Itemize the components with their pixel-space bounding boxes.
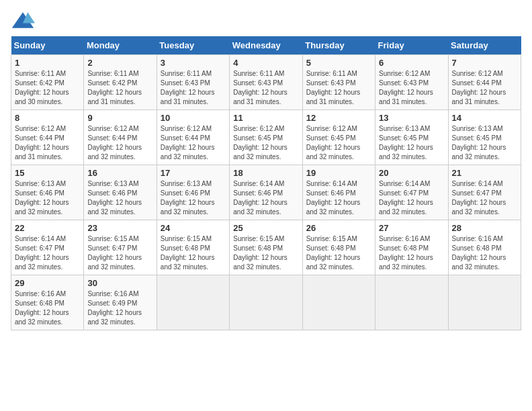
calendar-cell: 27 Sunrise: 6:16 AM Sunset: 6:48 PM Dayl… — [375, 220, 448, 275]
day-info: Sunrise: 6:14 AM Sunset: 6:47 PM Dayligh… — [452, 179, 517, 217]
day-number: 13 — [379, 113, 444, 123]
calendar-cell: 3 Sunrise: 6:11 AM Sunset: 6:43 PM Dayli… — [157, 55, 229, 110]
day-info: Sunrise: 6:14 AM Sunset: 6:47 PM Dayligh… — [379, 179, 444, 217]
day-number: 22 — [15, 223, 80, 233]
day-number: 6 — [379, 58, 444, 68]
day-info: Sunrise: 6:13 AM Sunset: 6:46 PM Dayligh… — [161, 179, 226, 217]
day-info: Sunrise: 6:14 AM Sunset: 6:46 PM Dayligh… — [233, 179, 298, 217]
day-info: Sunrise: 6:16 AM Sunset: 6:48 PM Dayligh… — [15, 289, 80, 327]
day-info: Sunrise: 6:11 AM Sunset: 6:43 PM Dayligh… — [233, 69, 298, 107]
day-info: Sunrise: 6:15 AM Sunset: 6:47 PM Dayligh… — [87, 234, 152, 272]
calendar-cell: 12 Sunrise: 6:12 AM Sunset: 6:45 PM Dayl… — [302, 110, 375, 165]
calendar-cell — [375, 275, 448, 330]
day-number: 14 — [452, 113, 517, 123]
day-info: Sunrise: 6:13 AM Sunset: 6:46 PM Dayligh… — [87, 179, 152, 217]
day-number: 15 — [15, 168, 80, 178]
day-info: Sunrise: 6:15 AM Sunset: 6:48 PM Dayligh… — [306, 234, 371, 272]
day-number: 16 — [87, 168, 152, 178]
calendar-cell: 8 Sunrise: 6:12 AM Sunset: 6:44 PM Dayli… — [11, 110, 84, 165]
calendar-week-3: 15 Sunrise: 6:13 AM Sunset: 6:46 PM Dayl… — [11, 165, 521, 220]
day-info: Sunrise: 6:11 AM Sunset: 6:43 PM Dayligh… — [161, 69, 226, 107]
day-info: Sunrise: 6:13 AM Sunset: 6:45 PM Dayligh… — [452, 124, 517, 162]
day-info: Sunrise: 6:13 AM Sunset: 6:46 PM Dayligh… — [15, 179, 80, 217]
day-number: 4 — [233, 58, 298, 68]
calendar-cell: 29 Sunrise: 6:16 AM Sunset: 6:48 PM Dayl… — [11, 275, 84, 330]
calendar-cell: 28 Sunrise: 6:16 AM Sunset: 6:48 PM Dayl… — [448, 220, 521, 275]
day-number: 21 — [452, 168, 517, 178]
calendar-cell: 10 Sunrise: 6:12 AM Sunset: 6:44 PM Dayl… — [157, 110, 229, 165]
calendar-cell: 26 Sunrise: 6:15 AM Sunset: 6:48 PM Dayl… — [302, 220, 375, 275]
calendar-cell: 19 Sunrise: 6:14 AM Sunset: 6:46 PM Dayl… — [302, 165, 375, 220]
calendar-cell: 30 Sunrise: 6:16 AM Sunset: 6:49 PM Dayl… — [84, 275, 157, 330]
weekday-header-wednesday: Wednesday — [230, 36, 302, 55]
day-number: 25 — [233, 223, 298, 233]
calendar-cell: 5 Sunrise: 6:11 AM Sunset: 6:43 PM Dayli… — [302, 55, 375, 110]
calendar-cell: 14 Sunrise: 6:13 AM Sunset: 6:45 PM Dayl… — [448, 110, 521, 165]
weekday-header-tuesday: Tuesday — [157, 36, 229, 55]
day-number: 27 — [379, 223, 444, 233]
calendar-cell: 21 Sunrise: 6:14 AM Sunset: 6:47 PM Dayl… — [448, 165, 521, 220]
day-info: Sunrise: 6:15 AM Sunset: 6:48 PM Dayligh… — [161, 234, 226, 272]
calendar-cell: 11 Sunrise: 6:12 AM Sunset: 6:45 PM Dayl… — [230, 110, 302, 165]
day-info: Sunrise: 6:12 AM Sunset: 6:45 PM Dayligh… — [233, 124, 298, 162]
calendar-week-4: 22 Sunrise: 6:14 AM Sunset: 6:47 PM Dayl… — [11, 220, 521, 275]
day-info: Sunrise: 6:12 AM Sunset: 6:45 PM Dayligh… — [306, 124, 371, 162]
day-info: Sunrise: 6:12 AM Sunset: 6:44 PM Dayligh… — [161, 124, 226, 162]
day-info: Sunrise: 6:12 AM Sunset: 6:43 PM Dayligh… — [379, 69, 444, 107]
day-number: 2 — [87, 58, 152, 68]
calendar-cell: 4 Sunrise: 6:11 AM Sunset: 6:43 PM Dayli… — [230, 55, 302, 110]
day-number: 5 — [306, 58, 371, 68]
day-info: Sunrise: 6:11 AM Sunset: 6:43 PM Dayligh… — [306, 69, 371, 107]
day-number: 23 — [87, 223, 152, 233]
calendar-cell: 9 Sunrise: 6:12 AM Sunset: 6:44 PM Dayli… — [84, 110, 157, 165]
day-number: 10 — [161, 113, 226, 123]
calendar-cell: 20 Sunrise: 6:14 AM Sunset: 6:47 PM Dayl… — [375, 165, 448, 220]
day-number: 7 — [452, 58, 517, 68]
calendar-cell: 6 Sunrise: 6:12 AM Sunset: 6:43 PM Dayli… — [375, 55, 448, 110]
weekday-header-sunday: Sunday — [11, 36, 84, 55]
calendar-week-1: 1 Sunrise: 6:11 AM Sunset: 6:42 PM Dayli… — [11, 55, 521, 110]
day-info: Sunrise: 6:11 AM Sunset: 6:42 PM Dayligh… — [87, 69, 152, 107]
calendar-header-row: SundayMondayTuesdayWednesdayThursdayFrid… — [11, 36, 521, 55]
calendar-cell — [230, 275, 302, 330]
day-info: Sunrise: 6:13 AM Sunset: 6:45 PM Dayligh… — [379, 124, 444, 162]
day-number: 17 — [161, 168, 226, 178]
day-info: Sunrise: 6:14 AM Sunset: 6:47 PM Dayligh… — [15, 234, 80, 272]
calendar-cell: 18 Sunrise: 6:14 AM Sunset: 6:46 PM Dayl… — [230, 165, 302, 220]
day-number: 30 — [87, 278, 152, 288]
weekday-header-monday: Monday — [84, 36, 157, 55]
day-number: 19 — [306, 168, 371, 178]
day-number: 11 — [233, 113, 298, 123]
calendar-cell: 17 Sunrise: 6:13 AM Sunset: 6:46 PM Dayl… — [157, 165, 229, 220]
calendar-cell — [302, 275, 375, 330]
calendar-cell: 1 Sunrise: 6:11 AM Sunset: 6:42 PM Dayli… — [11, 55, 84, 110]
day-info: Sunrise: 6:12 AM Sunset: 6:44 PM Dayligh… — [87, 124, 152, 162]
calendar-week-2: 8 Sunrise: 6:12 AM Sunset: 6:44 PM Dayli… — [11, 110, 521, 165]
day-number: 9 — [87, 113, 152, 123]
page-header — [11, 11, 521, 30]
calendar-cell: 24 Sunrise: 6:15 AM Sunset: 6:48 PM Dayl… — [157, 220, 229, 275]
day-info: Sunrise: 6:15 AM Sunset: 6:48 PM Dayligh… — [233, 234, 298, 272]
day-info: Sunrise: 6:12 AM Sunset: 6:44 PM Dayligh… — [15, 124, 80, 162]
day-number: 24 — [161, 223, 226, 233]
calendar-cell — [157, 275, 229, 330]
calendar-cell: 23 Sunrise: 6:15 AM Sunset: 6:47 PM Dayl… — [84, 220, 157, 275]
calendar-cell — [448, 275, 521, 330]
day-number: 29 — [15, 278, 80, 288]
day-number: 28 — [452, 223, 517, 233]
calendar-cell: 16 Sunrise: 6:13 AM Sunset: 6:46 PM Dayl… — [84, 165, 157, 220]
calendar-week-5: 29 Sunrise: 6:16 AM Sunset: 6:48 PM Dayl… — [11, 275, 521, 330]
calendar-cell: 7 Sunrise: 6:12 AM Sunset: 6:44 PM Dayli… — [448, 55, 521, 110]
day-info: Sunrise: 6:16 AM Sunset: 6:48 PM Dayligh… — [452, 234, 517, 272]
weekday-header-thursday: Thursday — [302, 36, 375, 55]
day-number: 3 — [161, 58, 226, 68]
calendar-cell: 2 Sunrise: 6:11 AM Sunset: 6:42 PM Dayli… — [84, 55, 157, 110]
day-info: Sunrise: 6:14 AM Sunset: 6:46 PM Dayligh… — [306, 179, 371, 217]
calendar-cell: 13 Sunrise: 6:13 AM Sunset: 6:45 PM Dayl… — [375, 110, 448, 165]
day-number: 12 — [306, 113, 371, 123]
calendar-cell: 22 Sunrise: 6:14 AM Sunset: 6:47 PM Dayl… — [11, 220, 84, 275]
logo-icon — [11, 11, 35, 30]
day-number: 1 — [15, 58, 80, 68]
day-number: 8 — [15, 113, 80, 123]
calendar-cell: 25 Sunrise: 6:15 AM Sunset: 6:48 PM Dayl… — [230, 220, 302, 275]
